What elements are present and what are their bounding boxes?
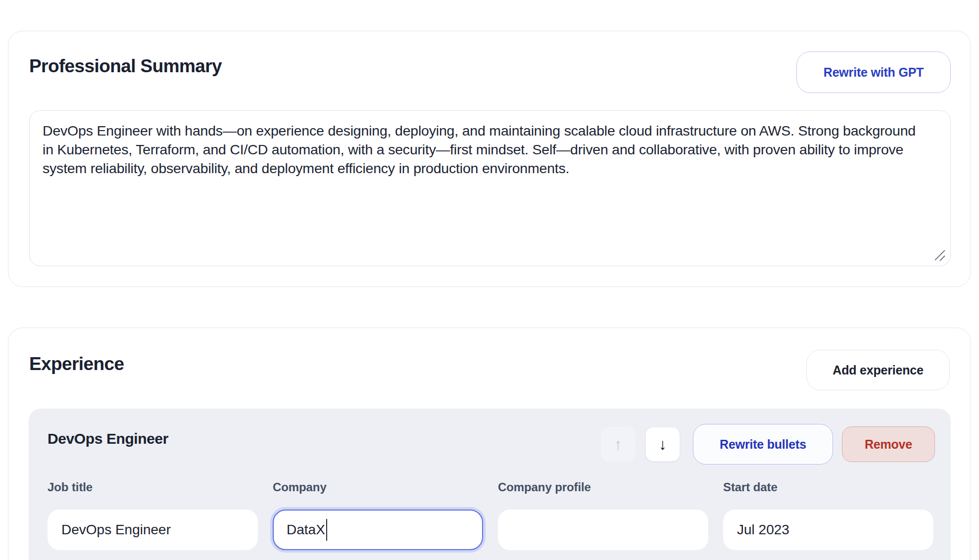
professional-summary-card: Professional Summary Rewrite with GPT De… xyxy=(8,31,971,287)
job-title-label: Job title xyxy=(48,480,258,494)
experience-entry-panel: DevOps Engineer ↑ ↓ Rewrite bullets Remo… xyxy=(29,409,951,560)
experience-title: Experience xyxy=(29,354,124,374)
text-cursor xyxy=(326,519,328,541)
start-date-label: Start date xyxy=(723,480,933,494)
move-down-button[interactable]: ↓ xyxy=(645,427,680,462)
professional-summary-title: Professional Summary xyxy=(29,56,222,77)
rewrite-with-gpt-button[interactable]: Rewrite with GPT xyxy=(796,51,951,93)
company-profile-label: Company profile xyxy=(498,480,708,494)
up-arrow-icon: ↑ xyxy=(614,436,622,452)
resume-builder-page: Professional Summary Rewrite with GPT De… xyxy=(0,0,979,560)
company-input-value: DataX xyxy=(287,522,325,538)
experience-card: Experience Add experience DevOps Enginee… xyxy=(8,327,971,560)
company-profile-input[interactable] xyxy=(498,510,708,550)
job-title-field-group: Job title xyxy=(48,480,258,550)
company-profile-field-group: Company profile xyxy=(498,480,708,550)
move-up-button[interactable]: ↑ xyxy=(601,427,636,462)
add-experience-button[interactable]: Add experience xyxy=(806,350,950,390)
job-title-input[interactable] xyxy=(48,510,258,550)
summary-textarea[interactable]: DevOps Engineer with hands—on experience… xyxy=(29,110,951,266)
company-label: Company xyxy=(273,480,483,494)
company-input[interactable]: DataX xyxy=(273,510,483,550)
experience-entry-title: DevOps Engineer xyxy=(48,430,168,447)
start-date-input[interactable] xyxy=(723,510,933,550)
textarea-resize-handle-icon[interactable] xyxy=(932,246,949,263)
down-arrow-icon: ↓ xyxy=(659,436,667,452)
experience-fields-row: Job title Company DataX Company profile … xyxy=(48,480,933,550)
company-field-group: Company DataX xyxy=(273,480,483,550)
remove-experience-button[interactable]: Remove xyxy=(842,426,935,462)
experience-entry-actions: ↑ ↓ Rewrite bullets Remove xyxy=(601,423,935,465)
rewrite-bullets-button[interactable]: Rewrite bullets xyxy=(693,424,833,465)
start-date-field-group: Start date xyxy=(723,480,933,550)
